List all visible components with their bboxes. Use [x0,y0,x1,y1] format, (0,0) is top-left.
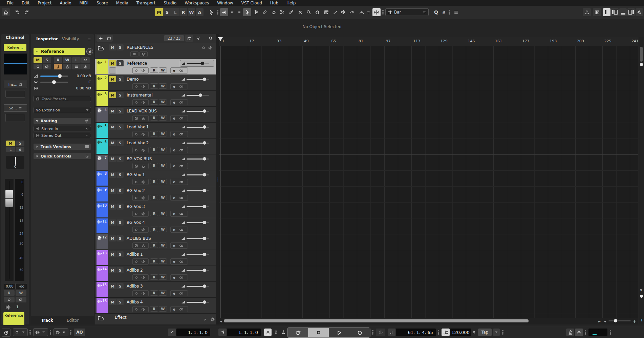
auto-scroll-button[interactable] [207,8,215,16]
track-monitor-button[interactable] [140,84,147,89]
track-volume-slider[interactable] [180,76,214,83]
track-record-button[interactable] [133,243,140,248]
hzoom-out-icon[interactable]: ◄ [604,320,606,323]
hscroll-right-icon[interactable]: ► [598,320,601,323]
audio-record-mode-group[interactable] [33,328,48,336]
track-record-button[interactable] [133,291,140,296]
record-mode-dropdown-icon[interactable] [21,329,26,336]
project-position-display[interactable]: 61. 1. 4. 65 [396,329,436,336]
track-read-button[interactable]: R [150,211,158,216]
track-edit-button[interactable]: e [171,195,178,200]
track-edit-button[interactable]: e [171,291,178,296]
channel-write-button[interactable]: W [16,290,26,296]
volume-knob[interactable] [203,253,206,256]
inspector-lock-button[interactable] [63,64,71,69]
track-monitor-button[interactable] [140,148,147,152]
track-name[interactable]: LEAD VOX BUS [127,109,157,113]
track-list-settings-icon[interactable] [210,317,215,322]
glue-tool[interactable] [287,8,295,16]
track-mute-button[interactable]: M [109,283,116,289]
track-monitor-button[interactable] [140,132,147,136]
channel-listen-button[interactable]: L [6,147,15,152]
track-mute-button[interactable]: M [109,108,116,114]
track-name[interactable]: BG Vox 4 [127,220,145,225]
tempo-value[interactable]: 120.000 [450,329,471,336]
track-mute-button[interactable]: M [109,140,116,146]
track-monitor-button[interactable] [140,164,147,168]
audio-performance-meter[interactable] [588,329,607,336]
track-volume-slider[interactable] [180,108,214,114]
folder-phase-button[interactable] [139,51,148,57]
volume-knob[interactable] [203,141,206,145]
track-solo-button[interactable]: S [116,156,124,162]
track-row-lead-vox-2[interactable]: 6 M S Lead Vox 2 R W e [95,139,216,154]
volume-knob[interactable] [203,157,206,161]
track-link-button[interactable] [178,148,185,152]
object-selection-tool[interactable] [243,8,251,16]
track-link-button[interactable] [178,84,185,89]
inspector-read-button[interactable]: R [54,57,62,63]
redo-button[interactable] [22,8,30,16]
track-volume-slider[interactable] [180,124,214,130]
track-mute-button[interactable]: M [109,235,116,241]
track-read-button[interactable]: R [150,290,158,296]
track-row-adlibs-2[interactable]: 14 M S Adlibs 2 R W e [95,266,216,282]
menu-project[interactable]: Project [34,1,56,5]
vzoom-knob[interactable] [640,63,643,66]
hzoom-slider[interactable] [608,320,631,321]
use-track-preset-button[interactable] [107,36,111,41]
menu-workspaces[interactable]: Workspaces [180,1,213,5]
track-mute-button[interactable]: M [109,219,116,226]
track-volume-slider[interactable] [180,171,214,178]
track-edit-button[interactable]: e [171,164,178,168]
automation-all-button[interactable]: A [196,8,203,16]
track-read-button[interactable]: R [150,242,158,248]
track-volume-slider[interactable] [180,235,214,242]
track-link-button[interactable] [178,227,185,232]
volume-knob[interactable] [201,62,204,65]
left-locator-flag-button[interactable] [168,329,176,336]
menu-studio[interactable]: Studio [159,1,180,5]
hscroll-thumb[interactable] [224,319,529,322]
draw-tool[interactable] [261,8,269,16]
track-edit-button[interactable]: e [171,307,178,312]
channel-track-label[interactable]: Reference [3,312,24,325]
channel-edit-button[interactable]: e [16,147,24,152]
snap-options-icon[interactable] [382,9,384,15]
track-monitor-button[interactable] [140,100,147,105]
track-monitor-button[interactable] [140,179,147,184]
track-mute-button[interactable]: M [109,299,116,305]
track-name[interactable]: Lead Vox 2 [127,141,149,145]
track-record-button[interactable] [133,259,140,264]
track-edit-button[interactable]: e [171,275,178,280]
track-presets-dropdown[interactable]: Track Presets... [34,96,91,102]
folder-monitor-icon[interactable] [208,46,212,50]
track-link-button[interactable] [178,243,185,248]
track-link-button[interactable] [178,100,185,105]
track-solo-button[interactable]: S [116,124,124,130]
track-edit-button[interactable]: e [171,116,178,121]
folder-track-references[interactable]: M S REFERENCES [95,43,216,59]
track-row-adlibs-4[interactable]: 16 M S Adlibs 4 R W e [95,298,216,314]
track-read-button[interactable]: R [150,147,158,152]
inspector-volume-row[interactable]: 0.00 dB [34,74,91,79]
metronome-button[interactable] [566,329,574,336]
stop-button[interactable] [308,328,329,337]
fader-handle[interactable] [5,190,13,207]
track-record-button[interactable] [133,100,140,105]
volume-knob[interactable] [203,205,206,208]
track-solo-button[interactable]: S [116,172,124,178]
volume-knob[interactable] [203,173,206,176]
setup-toolbar-button[interactable] [636,8,643,16]
track-read-button[interactable]: R [150,99,158,105]
divider-grip[interactable]: ⋮⋮⋮⋮⋮⋮ [216,178,218,188]
folder-record-icon[interactable] [201,46,206,50]
menu-file[interactable]: File [3,1,18,5]
track-mute-button[interactable]: M [109,60,116,66]
track-volume-slider[interactable] [180,203,214,210]
track-volume-slider[interactable] [180,267,214,274]
menu-media[interactable]: Media [112,1,132,5]
folder-name[interactable]: REFERENCES [127,45,153,50]
track-read-button[interactable]: R [150,195,158,200]
section-routing[interactable]: Routing [34,118,91,124]
